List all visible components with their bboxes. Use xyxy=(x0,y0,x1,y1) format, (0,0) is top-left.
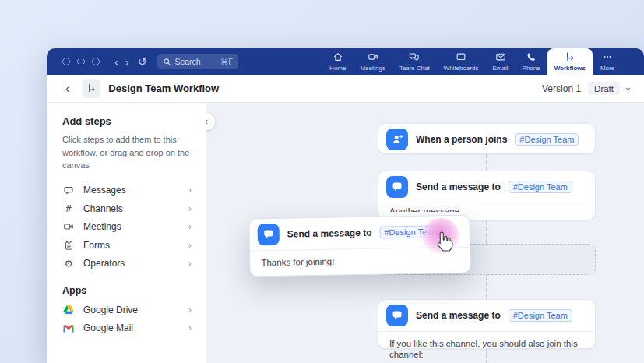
workflow-icon xyxy=(82,79,100,98)
chevron-right-icon: › xyxy=(188,240,192,251)
chat-bubble-icon xyxy=(386,176,408,198)
window-close-button[interactable] xyxy=(62,58,70,65)
sidebar-item-meetings[interactable]: Meetings › xyxy=(62,218,192,237)
sidebar-item-label: Messages xyxy=(83,185,126,196)
card-title: Send a message to xyxy=(416,182,501,192)
chevron-right-icon: › xyxy=(188,203,192,214)
workflow-canvas[interactable]: ‹ When a person joins #Design Team xyxy=(206,103,644,363)
status-badge: Draft xyxy=(588,82,620,95)
tab-email[interactable]: Email xyxy=(486,48,516,75)
tab-home[interactable]: Home xyxy=(322,48,353,75)
tab-meetings[interactable]: Meetings xyxy=(353,48,392,75)
card-title: Send a message to xyxy=(416,310,501,321)
tab-label: Meetings xyxy=(360,65,385,72)
tab-phone[interactable]: Phone xyxy=(516,48,547,75)
card-header: Send a message to #Design Team xyxy=(378,171,595,203)
workflow-card-message-2[interactable]: Send a message to #Design Team If you li… xyxy=(378,299,596,349)
video-camera-icon xyxy=(368,51,378,62)
search-input[interactable]: Search ⌘F xyxy=(157,54,238,69)
whiteboard-icon xyxy=(456,51,466,62)
sidebar-item-label: Operators xyxy=(83,258,125,269)
content-area: Add steps Click steps to add them to thi… xyxy=(47,103,644,363)
tab-more[interactable]: More xyxy=(593,48,622,75)
add-steps-sidebar: Add steps Click steps to add them to thi… xyxy=(47,103,206,363)
workflow-connector xyxy=(486,275,487,299)
version-controls: Version 1 Draft › xyxy=(542,82,630,95)
envelope-icon xyxy=(495,51,506,62)
sidebar-item-label: Google Mail xyxy=(83,322,133,333)
video-camera-icon xyxy=(62,221,75,232)
tab-label: Home xyxy=(329,65,346,72)
phone-icon xyxy=(526,51,537,62)
chevron-right-icon: › xyxy=(188,221,192,232)
sidebar-item-channels[interactable]: # Channels › xyxy=(62,199,192,218)
chat-bubble-icon xyxy=(257,224,279,245)
tab-workflows[interactable]: Workflows xyxy=(547,48,593,75)
channel-chip[interactable]: #Design Team xyxy=(509,181,572,193)
forward-icon[interactable]: › xyxy=(121,57,132,67)
workflow-header: ‹ Design Team Workflow Version 1 Draft › xyxy=(47,75,644,103)
tab-label: More xyxy=(600,65,614,72)
sidebar-item-google-mail[interactable]: Google Mail › xyxy=(62,319,192,338)
workflow-branch-icon xyxy=(565,51,575,62)
page-title: Design Team Workflow xyxy=(108,83,219,94)
tab-label: Whiteboards xyxy=(444,65,479,72)
card-title: When a person joins xyxy=(416,134,507,145)
card-title: Send a message to xyxy=(287,227,372,240)
tab-label: Team Chat xyxy=(399,65,430,72)
back-to-workflows-button[interactable]: ‹ xyxy=(61,83,74,95)
hand-pointer-cursor xyxy=(435,231,456,254)
gmail-icon xyxy=(62,324,75,333)
gear-icon: ⚙ xyxy=(62,259,75,269)
sidebar-item-label: Channels xyxy=(83,203,123,214)
hash-icon: # xyxy=(62,203,75,214)
card-message-text: Another message xyxy=(378,203,595,212)
workflow-card-trigger[interactable]: When a person joins #Design Team xyxy=(378,123,596,154)
navbar-left-controls: ‹ › ↺ Search ⌘F xyxy=(47,54,238,69)
tab-team-chat[interactable]: Team Chat xyxy=(392,48,437,75)
back-icon[interactable]: ‹ xyxy=(111,57,121,67)
card-header: When a person joins #Design Team xyxy=(378,124,595,155)
tab-label: Email xyxy=(493,65,509,72)
sidebar-item-label: Forms xyxy=(83,240,110,251)
window-controls xyxy=(62,58,100,65)
sidebar-item-forms[interactable]: Forms › xyxy=(62,236,192,255)
chat-bubbles-icon xyxy=(409,51,420,62)
chevron-right-icon: › xyxy=(188,185,192,196)
clipboard-icon xyxy=(62,240,75,251)
search-placeholder: Search xyxy=(174,57,217,66)
chevron-right-icon: › xyxy=(188,322,192,333)
chevron-right-icon: › xyxy=(188,305,192,315)
person-add-icon xyxy=(386,129,408,150)
search-shortcut: ⌘F xyxy=(220,58,233,66)
apps-section-title: Apps xyxy=(62,285,192,296)
window-maximize-button[interactable] xyxy=(92,58,100,65)
search-icon xyxy=(163,58,171,66)
chat-bubble-icon xyxy=(386,305,408,326)
more-dots-icon xyxy=(602,51,613,62)
chevron-right-icon: › xyxy=(188,258,192,269)
history-icon[interactable]: ↺ xyxy=(133,56,152,67)
version-dropdown-icon[interactable]: › xyxy=(623,87,634,90)
tab-label: Workflows xyxy=(554,65,586,72)
window-minimize-button[interactable] xyxy=(77,58,85,65)
google-drive-icon xyxy=(62,305,75,315)
home-icon xyxy=(333,51,343,62)
channel-chip[interactable]: #Design Team xyxy=(509,309,572,322)
workflow-connector xyxy=(486,220,487,244)
tab-label: Phone xyxy=(523,65,540,72)
sidebar-item-operators[interactable]: ⚙ Operators › xyxy=(62,255,192,273)
sidebar-item-messages[interactable]: Messages › xyxy=(62,182,192,200)
workflow-connector xyxy=(486,154,487,171)
workflow-card-message-1[interactable]: Send a message to #Design Team Another m… xyxy=(378,171,596,220)
navbar-tabs: Home Meetings Team Chat Whiteboards Emai… xyxy=(322,48,622,75)
top-navbar: ‹ › ↺ Search ⌘F Home Meetings Team Chat xyxy=(47,48,644,75)
version-label: Version 1 xyxy=(542,83,581,94)
tab-whiteboards[interactable]: Whiteboards xyxy=(437,48,486,75)
sidebar-item-google-drive[interactable]: Google Drive › xyxy=(62,301,192,319)
channel-chip[interactable]: #Design Team xyxy=(515,133,579,146)
app-window: ‹ › ↺ Search ⌘F Home Meetings Team Chat xyxy=(47,48,644,363)
sidebar-title: Add steps xyxy=(62,115,192,127)
workflow-connector xyxy=(486,349,487,363)
sidebar-collapse-button[interactable]: ‹ xyxy=(206,113,215,130)
